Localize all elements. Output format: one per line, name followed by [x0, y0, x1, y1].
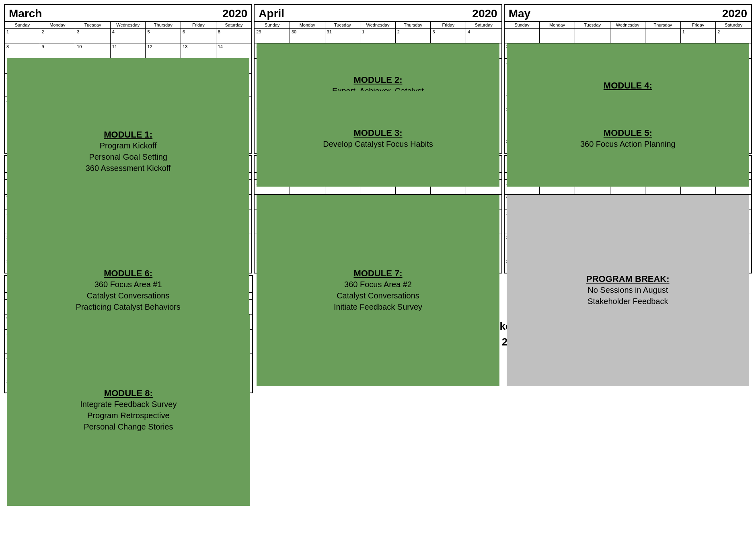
august-break-area: 9 PROGRAM BREAK: No Sessions in August S… [505, 195, 751, 258]
march-header: March 2020 [5, 5, 251, 22]
module6-line2: Catalyst Conversations [87, 290, 170, 301]
module5-block: MODULE 5: 360 Focus Action Planning [507, 91, 749, 187]
march-w1d5: 5 [146, 29, 181, 43]
break-line1: No Sessions in August [588, 284, 668, 296]
march-week2: 8 9 10 11 12 13 14 [5, 43, 251, 58]
march-module-area: 15 MODULE 1: Program Kickoff Personal Go… [5, 58, 251, 120]
module8-title: MODULE 8: [104, 388, 153, 399]
may-module5-area: 17 MODULE 5: 360 Focus Action Planning 2… [505, 91, 751, 138]
module5-line1: 360 Focus Action Planning [580, 138, 676, 150]
module6-title: MODULE 6: [104, 268, 152, 279]
march-w2d2: 9 [40, 43, 76, 58]
module7-title: MODULE 7: [353, 268, 402, 279]
march-week1: 1 2 3 4 5 6 8 [5, 29, 251, 43]
day-thu: Thursday [146, 22, 181, 28]
module6-line1: 360 Focus Area #1 [94, 279, 162, 290]
march-w1d7: 8 [216, 29, 252, 43]
calendar-may: May 2020 Sunday Monday Tuesday Wednesday… [504, 4, 752, 154]
day-sat: Saturday [216, 22, 252, 28]
day-mon: Monday [40, 22, 76, 28]
march-w1d4: 4 [111, 29, 146, 43]
module1-line1: Program Kickoff [100, 140, 157, 151]
april-days-header: Sunday Monday Tuesday Wednesday Thursday… [255, 22, 501, 29]
march-month: March [9, 7, 42, 20]
march-w2d4: 11 [111, 43, 146, 58]
module3-title: MODULE 3: [353, 128, 402, 138]
april-month: April [259, 7, 284, 20]
module7-line1: 360 Focus Area #2 [344, 279, 412, 290]
calendar-april: April 2020 Sunday Monday Tuesday Wednesd… [254, 4, 502, 154]
break-title: PROGRAM BREAK: [586, 274, 670, 284]
module8-line3: Personal Change Stories [84, 421, 173, 432]
module1-line3: 360 Assessment Kickoff [86, 162, 171, 174]
may-header: May 2020 [505, 5, 751, 22]
april-week1: 29 30 31 1 2 3 4 [255, 29, 501, 43]
april-module3-area: 19 MODULE 3: Develop Catalyst Focus Habi… [255, 91, 501, 138]
march-w2d3: 10 [75, 43, 111, 58]
module2-title: MODULE 2: [353, 75, 402, 85]
day-sun: Sunday [5, 22, 40, 28]
module7-line3: Initiate Feedback Survey [334, 301, 422, 312]
may-year: 2020 [722, 7, 747, 20]
module8-line2: Program Retrospective [87, 410, 170, 421]
march-w2d7: 14 [216, 43, 252, 58]
april-header: April 2020 [255, 5, 501, 22]
may-module4-area: 3 MODULE 4: 360 Feedback Analysis 10 [505, 43, 751, 91]
march-w1d3: 3 [75, 29, 111, 43]
sep-module8-area: 6 MODULE 8: Integrate Feedback Survey Pr… [5, 314, 252, 378]
march-year: 2020 [222, 7, 247, 20]
april-module2-area: 5 MODULE 2: Expert, Achiever, Catalyst B… [255, 43, 501, 91]
module3-line1: Develop Catalyst Focus Habits [323, 138, 433, 150]
march-w1d2: 2 [40, 29, 76, 43]
march-w2d6: 13 [181, 43, 216, 58]
module1-title: MODULE 1: [104, 130, 152, 140]
calendar-march: March 2020 Sunday Monday Tuesday Wednesd… [4, 4, 252, 154]
module4-title: MODULE 4: [604, 80, 652, 91]
march-w1d1: 1 [5, 29, 40, 43]
break-line2: Stakeholder Feedback [588, 296, 668, 307]
june-module6-area: 7 MODULE 6: 360 Focus Area #1 Catalyst C… [5, 195, 251, 258]
module3-block: MODULE 3: Develop Catalyst Focus Habits [257, 91, 499, 187]
day-wed: Wednesday [111, 22, 146, 28]
module6-line3: Practicing Catalyst Behaviors [76, 301, 181, 312]
module5-title: MODULE 5: [604, 128, 652, 138]
april-year: 2020 [472, 7, 497, 20]
day-tue: Tuesday [75, 22, 111, 28]
module8-block: MODULE 8: Integrate Feedback Survey Prog… [7, 314, 250, 506]
module7-block: MODULE 7: 360 Focus Area #2 Catalyst Con… [257, 195, 499, 386]
day-fri: Friday [181, 22, 216, 28]
program-break-block: PROGRAM BREAK: No Sessions in August Sta… [507, 195, 749, 386]
module1-line2: Personal Goal Setting [89, 151, 167, 162]
march-days-header: Sunday Monday Tuesday Wednesday Thursday… [5, 22, 251, 29]
module8-line1: Integrate Feedback Survey [80, 399, 177, 410]
may-month: May [509, 7, 530, 20]
may-days-header: Sunday Monday Tuesday Wednesday Thursday… [505, 22, 751, 29]
july-module7-area: 5 MODULE 7: 360 Focus Area #2 Catalyst C… [255, 195, 501, 258]
march-w2d5: 12 [146, 43, 181, 58]
march-w1d6: 6 [181, 29, 216, 43]
module7-line2: Catalyst Conversations [337, 290, 419, 301]
march-w2d1: 8 [5, 43, 40, 58]
